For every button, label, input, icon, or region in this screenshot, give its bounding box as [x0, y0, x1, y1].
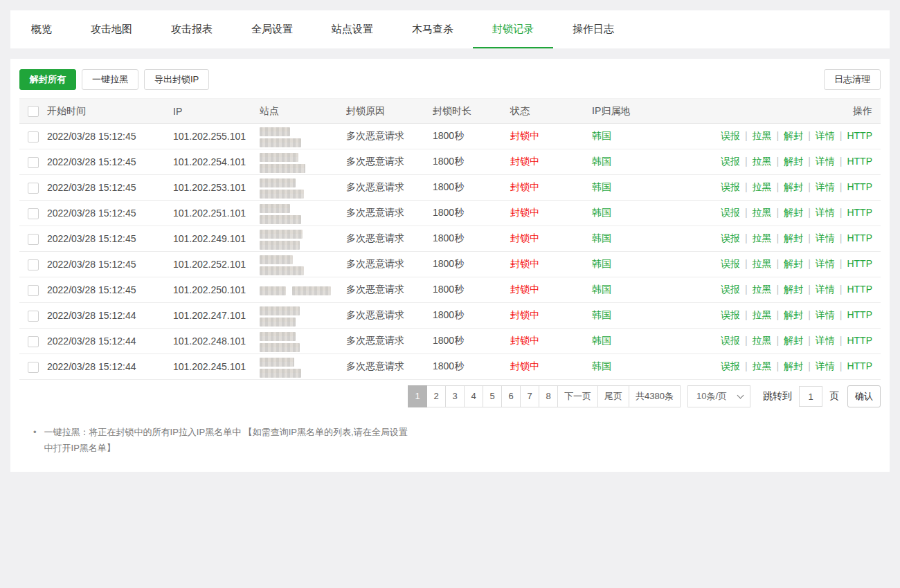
detail-link[interactable]: 详情 — [816, 284, 835, 295]
page-1[interactable]: 1 — [408, 385, 427, 407]
detail-link[interactable]: 详情 — [816, 181, 835, 192]
cell-ip: 101.202.247.101 — [169, 303, 255, 329]
http-link[interactable]: HTTP — [847, 284, 872, 295]
jump-unit: 页 — [829, 390, 839, 403]
misreport-link[interactable]: 误报 — [721, 309, 740, 320]
separator: | — [745, 284, 748, 295]
detail-link[interactable]: 详情 — [816, 130, 835, 141]
tab-attack-report[interactable]: 攻击报表 — [152, 10, 232, 48]
http-link[interactable]: HTTP — [847, 156, 872, 167]
row-checkbox[interactable] — [28, 183, 39, 194]
detail-link[interactable]: 详情 — [816, 156, 835, 167]
detail-link[interactable]: 详情 — [816, 335, 835, 346]
unban-link[interactable]: 解封 — [784, 156, 803, 167]
confirm-button[interactable]: 确认 — [847, 385, 881, 407]
cell-start-time: 2022/03/28 15:12:44 — [43, 303, 169, 329]
unban-link[interactable]: 解封 — [784, 335, 803, 346]
blacklist-link[interactable]: 拉黑 — [753, 181, 772, 192]
page-3[interactable]: 3 — [445, 385, 465, 407]
cell-block-reason: 多次恶意请求 — [342, 149, 429, 175]
misreport-link[interactable]: 误报 — [721, 284, 740, 295]
http-link[interactable]: HTTP — [847, 258, 872, 269]
blacklist-all-button[interactable]: 一键拉黑 — [82, 69, 138, 90]
separator: | — [777, 130, 780, 141]
page-4[interactable]: 4 — [464, 385, 483, 407]
detail-link[interactable]: 详情 — [816, 232, 835, 244]
bullet-icon: • — [33, 424, 37, 457]
http-link[interactable]: HTTP — [847, 232, 872, 244]
tab-attack-map[interactable]: 攻击地图 — [71, 10, 152, 48]
unban-link[interactable]: 解封 — [784, 360, 803, 371]
page-6[interactable]: 6 — [501, 385, 521, 407]
row-checkbox[interactable] — [28, 259, 39, 270]
unban-link[interactable]: 解封 — [784, 309, 803, 320]
page-7[interactable]: 7 — [520, 385, 539, 407]
unban-link[interactable]: 解封 — [784, 130, 803, 141]
row-checkbox[interactable] — [28, 336, 39, 347]
blacklist-link[interactable]: 拉黑 — [753, 360, 772, 371]
select-all-checkbox[interactable] — [28, 106, 39, 117]
http-link[interactable]: HTTP — [847, 207, 872, 218]
blacklist-link[interactable]: 拉黑 — [753, 130, 772, 141]
http-link[interactable]: HTTP — [847, 309, 872, 320]
row-checkbox[interactable] — [28, 234, 39, 245]
unban-link[interactable]: 解封 — [784, 232, 803, 244]
misreport-link[interactable]: 误报 — [721, 360, 740, 371]
http-link[interactable]: HTTP — [847, 335, 872, 346]
http-link[interactable]: HTTP — [847, 360, 872, 371]
row-checkbox[interactable] — [28, 285, 39, 296]
http-link[interactable]: HTTP — [847, 181, 872, 192]
log-clean-button[interactable]: 日志清理 — [824, 69, 881, 90]
blacklist-link[interactable]: 拉黑 — [753, 232, 772, 244]
http-link[interactable]: HTTP — [847, 130, 872, 141]
next-page-button[interactable]: 下一页 — [557, 385, 598, 407]
misreport-link[interactable]: 误报 — [721, 335, 740, 346]
separator: | — [745, 232, 748, 244]
unban-link[interactable]: 解封 — [784, 258, 803, 269]
unban-link[interactable]: 解封 — [784, 207, 803, 218]
separator: | — [745, 258, 748, 269]
misreport-link[interactable]: 误报 — [721, 232, 740, 244]
blacklist-link[interactable]: 拉黑 — [753, 309, 772, 320]
misreport-link[interactable]: 误报 — [721, 181, 740, 192]
tab-site-settings[interactable]: 站点设置 — [312, 10, 393, 48]
last-page-button[interactable]: 尾页 — [597, 385, 629, 407]
detail-link[interactable]: 详情 — [816, 360, 835, 371]
detail-link[interactable]: 详情 — [816, 207, 835, 218]
site-redacted — [260, 215, 301, 224]
misreport-link[interactable]: 误报 — [721, 156, 740, 167]
row-checkbox[interactable] — [28, 157, 39, 168]
jump-input[interactable] — [799, 386, 822, 407]
detail-link[interactable]: 详情 — [816, 309, 835, 320]
page-2[interactable]: 2 — [426, 385, 446, 407]
row-checkbox[interactable] — [28, 131, 39, 143]
misreport-link[interactable]: 误报 — [721, 207, 740, 218]
blacklist-link[interactable]: 拉黑 — [753, 335, 772, 346]
ip-location: 韩国 — [588, 124, 704, 149]
unban-link[interactable]: 解封 — [784, 181, 803, 192]
row-checkbox[interactable] — [28, 311, 39, 322]
tab-overview[interactable]: 概览 — [12, 10, 71, 48]
blacklist-link[interactable]: 拉黑 — [753, 207, 772, 218]
site-redacted — [260, 190, 304, 199]
blacklist-link[interactable]: 拉黑 — [753, 284, 772, 295]
export-blocked-ip-button[interactable]: 导出封锁IP — [144, 69, 209, 90]
cell-block-duration: 1800秒 — [429, 201, 506, 226]
unban-link[interactable]: 解封 — [784, 284, 803, 295]
page-8[interactable]: 8 — [539, 385, 558, 407]
row-checkbox[interactable] — [28, 362, 39, 373]
row-checkbox[interactable] — [28, 208, 39, 219]
blacklist-link[interactable]: 拉黑 — [753, 258, 772, 269]
misreport-link[interactable]: 误报 — [721, 258, 740, 269]
detail-link[interactable]: 详情 — [816, 258, 835, 269]
tab-block-records[interactable]: 封锁记录 — [473, 10, 553, 48]
page-size-select[interactable]: 10条/页 — [687, 385, 750, 407]
tab-trojan-scan[interactable]: 木马查杀 — [393, 10, 473, 48]
misreport-link[interactable]: 误报 — [721, 130, 740, 141]
unban-all-button[interactable]: 解封所有 — [19, 69, 76, 90]
cell-ip: 101.202.248.101 — [169, 329, 255, 354]
page-5[interactable]: 5 — [483, 385, 502, 407]
tab-operation-log[interactable]: 操作日志 — [553, 10, 633, 48]
blacklist-link[interactable]: 拉黑 — [753, 156, 772, 167]
tab-global-settings[interactable]: 全局设置 — [232, 10, 312, 48]
